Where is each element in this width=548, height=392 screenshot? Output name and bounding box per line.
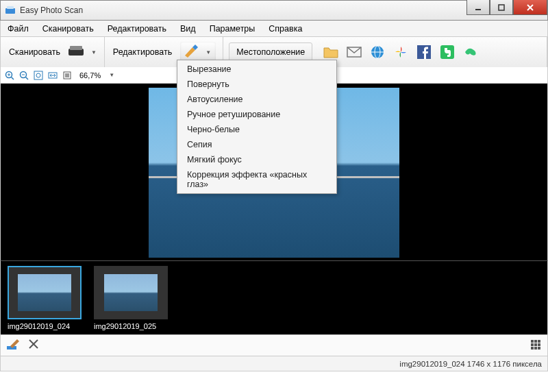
status-bar: img29012019_024 1746 x 1176 пиксела (0, 356, 548, 371)
minimize-button[interactable] (466, 0, 490, 15)
scanner-icon[interactable] (67, 43, 85, 61)
thumbnail-image (104, 274, 158, 311)
dd-red-eye[interactable]: Коррекция эффекта «красных глаз» (177, 167, 336, 192)
status-text: img29012019_024 1746 x 1176 пиксела (399, 360, 542, 368)
thumbnail-frame (94, 266, 168, 319)
thumbnail[interactable]: img29012019_024 (8, 266, 82, 330)
maximize-button[interactable] (490, 0, 513, 15)
menu-options[interactable]: Параметры (203, 21, 262, 37)
dd-black-white[interactable]: Черно-белые (177, 122, 336, 137)
titlebar: Easy Photo Scan (0, 0, 548, 21)
menu-scan[interactable]: Сканировать (36, 21, 101, 37)
google-photos-icon[interactable] (390, 42, 411, 62)
svg-line-19 (26, 77, 29, 79)
menubar: Файл Сканировать Редактировать Вид Парам… (0, 21, 548, 37)
dd-auto-enhance[interactable]: Автоусиление (177, 92, 336, 107)
thumbnail-frame (8, 266, 82, 319)
svg-rect-0 (5, 8, 15, 14)
bottom-bar (0, 334, 548, 356)
evernote-icon[interactable] (437, 42, 458, 62)
brush-tool-icon[interactable] (6, 338, 21, 353)
svg-rect-21 (34, 71, 42, 79)
fit-width-icon[interactable] (47, 69, 59, 82)
scan-group: Сканировать ▼ (1, 37, 105, 67)
grid-view-icon[interactable] (531, 340, 542, 351)
dd-crop[interactable]: Вырезание (177, 62, 336, 77)
zoom-in-icon[interactable] (3, 69, 16, 82)
edit-label: Редактировать (110, 47, 175, 57)
fit-page-icon[interactable] (61, 69, 73, 82)
svg-rect-3 (499, 5, 504, 10)
email-icon[interactable] (344, 42, 364, 62)
zoom-dropdown-arrow[interactable]: ▼ (107, 72, 116, 78)
scan-button[interactable]: Сканировать (6, 47, 63, 57)
hummingbird-icon[interactable] (460, 42, 481, 62)
zoom-value: 66,7% (75, 71, 105, 79)
menu-help[interactable]: Справка (262, 21, 309, 37)
zoom-out-icon[interactable] (18, 69, 30, 82)
window-title: Easy Photo Scan (20, 5, 466, 15)
thumbnail[interactable]: img29012019_025 (94, 266, 168, 330)
edit-dropdown-menu: Вырезание Повернуть Автоусиление Ручное … (177, 60, 337, 194)
svg-rect-1 (7, 6, 14, 9)
menu-edit[interactable]: Редактировать (101, 21, 173, 37)
destination-icons (316, 42, 481, 62)
dd-manual-retouch[interactable]: Ручное ретуширование (177, 107, 336, 122)
dd-sepia[interactable]: Сепия (177, 137, 336, 152)
window-controls (466, 1, 547, 20)
web-icon[interactable] (367, 42, 388, 62)
close-button[interactable] (513, 0, 547, 15)
edit-dropdown-arrow[interactable]: ▼ (203, 49, 213, 56)
menu-view[interactable]: Вид (173, 21, 203, 37)
menu-file[interactable]: Файл (1, 21, 36, 37)
thumbnail-name: img29012019_025 (94, 322, 168, 330)
svg-point-22 (36, 73, 40, 77)
thumbnail-image (18, 274, 71, 311)
delete-icon[interactable] (28, 339, 39, 352)
scan-dropdown-arrow[interactable]: ▼ (89, 49, 99, 56)
svg-rect-26 (65, 73, 69, 77)
facebook-icon[interactable] (414, 42, 434, 62)
thumbnail-name: img29012019_024 (8, 322, 82, 330)
thumbnail-strip: img29012019_024 img29012019_025 (0, 260, 548, 334)
svg-line-15 (12, 77, 14, 79)
svg-rect-7 (70, 46, 82, 50)
dd-soft-focus[interactable]: Мягкий фокус (177, 152, 336, 167)
brush-icon (183, 43, 199, 61)
zoom-fit-icon[interactable] (32, 69, 45, 82)
app-icon (5, 5, 16, 16)
dd-rotate[interactable]: Повернуть (177, 77, 336, 92)
destination-button[interactable]: Местоположение (229, 42, 312, 62)
